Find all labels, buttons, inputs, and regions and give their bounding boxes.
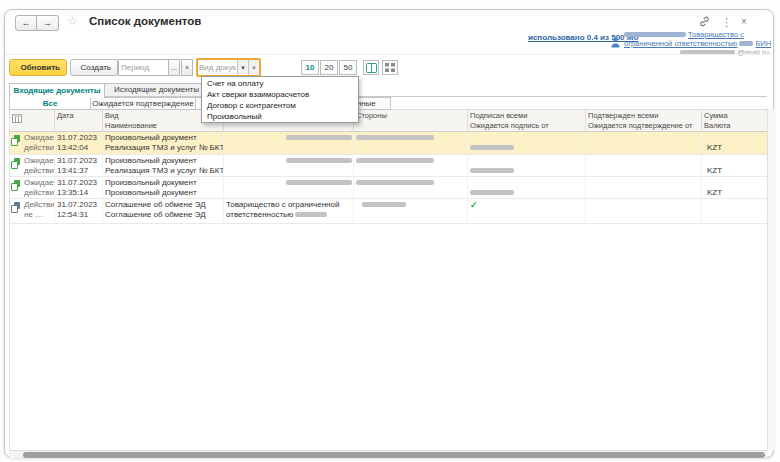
menu-item-custom[interactable]: Произвольный (202, 111, 358, 122)
header-amount[interactable]: СуммаВалюта (702, 110, 768, 133)
menu-item-reconciliation-act[interactable]: Акт сверки взаиморасчетов (202, 89, 358, 100)
book-icon (366, 63, 377, 73)
table-row[interactable]: Ожидаетсядействие 31.07.202313:42:04 Про… (10, 132, 768, 155)
row-status: Ожидаетсядействие (10, 177, 55, 198)
header-signed[interactable]: Подписан всемиОжидается подпись от (468, 110, 586, 133)
cell-counterparty (224, 177, 354, 198)
redacted-text (470, 190, 514, 195)
menu-item-contract[interactable]: Договор с контрагентом (202, 100, 358, 111)
vertical-scrollbar[interactable] (767, 109, 775, 450)
nav-buttons: ← → (15, 15, 59, 31)
row-status: Действиене … (10, 199, 55, 223)
cell-kind-name: Произвольный документПроизвольный докуме… (103, 177, 224, 198)
cell-signed (468, 177, 586, 198)
back-icon[interactable]: ← (15, 15, 37, 31)
table-row[interactable]: Действиене … 31.07.202312:54:31 Соглашен… (10, 199, 768, 224)
cell-signed (468, 155, 586, 176)
cell-confirmed (586, 177, 702, 198)
redacted-text (356, 180, 434, 185)
cell-amount (702, 199, 768, 223)
cell-counterparty (224, 132, 354, 154)
page-size-20-button[interactable]: 20 (320, 60, 338, 75)
cell-counterparty (224, 155, 354, 176)
cell-counterparty: Товарищество с ограниченной ответственно… (224, 199, 354, 223)
redacted-text (286, 158, 352, 163)
divider (5, 54, 773, 55)
user-email: @mail.ru (680, 48, 769, 57)
cell-signed (468, 132, 586, 154)
document-exchange-icon (11, 180, 21, 191)
cell-kind-name: Соглашение об обмене ЭДСоглашение об обм… (103, 199, 224, 223)
filter-awaiting-confirmation[interactable]: Ожидается подтверждение (90, 97, 196, 110)
document-exchange-icon (11, 158, 21, 169)
cell-amount: KZT (702, 155, 768, 176)
cell-parties (354, 132, 468, 154)
redacted-text (470, 168, 514, 173)
tab-outgoing-documents[interactable]: Исходящие документы (104, 83, 209, 97)
create-button[interactable]: Создать (70, 59, 118, 76)
org-bin-label[interactable]: БИН (755, 39, 771, 48)
redacted-text (470, 145, 514, 150)
chevron-down-icon[interactable]: ▾ (237, 60, 248, 75)
redacted-text (295, 212, 327, 217)
document-exchange-icon (11, 202, 21, 213)
table-row[interactable]: Ожидаетсядействие 31.07.202313:41:37 Про… (10, 155, 768, 177)
period-clear-button[interactable]: × (181, 59, 193, 76)
grid-icon (385, 63, 395, 72)
header-date[interactable]: Дата (55, 110, 103, 133)
cell-amount: KZT (702, 132, 768, 154)
favorite-star-icon[interactable]: ☆ (67, 14, 78, 28)
cell-confirmed (586, 132, 702, 154)
documents-table: Дата ВидНаименование Стороны Подписан вс… (9, 109, 769, 450)
doc-type-combo: ▾ × (196, 58, 261, 77)
app-window: ← → ☆ Список документов ⋮ × использовано… (4, 9, 774, 458)
organization-link[interactable]: Товарищество с ограниченной ответственно… (624, 30, 775, 48)
header-parties[interactable]: Стороны (354, 110, 468, 133)
cell-parties (354, 199, 468, 223)
cell-parties (354, 177, 468, 198)
redacted-text (286, 180, 352, 185)
view-settings-button[interactable] (382, 60, 398, 75)
doc-type-input[interactable] (198, 60, 237, 75)
cell-date: 31.07.202313:42:04 (55, 132, 103, 154)
cell-confirmed (586, 155, 702, 176)
table-row[interactable]: Ожидаетсядействие 31.07.202313:35:14 Про… (10, 177, 768, 199)
storage-usage-link[interactable]: использовано 0.4 из 500 Мб (528, 33, 638, 42)
redacted-text (286, 135, 352, 140)
menu-item-invoice[interactable]: Счет на оплату (202, 78, 358, 89)
plus-icon (77, 63, 78, 72)
period-select-button[interactable]: ... (168, 59, 180, 76)
cell-kind-name: Произвольный документРеализация ТМЗ и ус… (103, 132, 224, 154)
refresh-label: Обновить (20, 63, 60, 72)
cell-date: 31.07.202313:41:37 (55, 155, 103, 176)
horizontal-scrollbar[interactable] (9, 450, 767, 458)
org-link-text[interactable]: Товарищество с (688, 30, 744, 39)
redacted-text (356, 158, 434, 163)
doc-type-dropdown-menu: Счет на оплату Акт сверки взаиморасчетов… (201, 76, 359, 123)
column-settings-header[interactable] (10, 110, 55, 133)
table-header-row: Дата ВидНаименование Стороны Подписан вс… (10, 109, 768, 132)
doc-type-clear-button[interactable]: × (248, 60, 259, 75)
refresh-icon (16, 63, 17, 72)
create-label: Создать (81, 63, 111, 72)
scrollbar-thumb[interactable] (23, 452, 765, 458)
journal-icon-button[interactable] (363, 60, 379, 75)
more-menu-icon[interactable]: ⋮ (721, 16, 732, 29)
page-size-50-button[interactable]: 50 (339, 60, 357, 75)
refresh-button[interactable]: Обновить (9, 59, 67, 76)
copy-link-icon[interactable] (699, 16, 710, 29)
row-status: Ожидаетсядействие (10, 155, 55, 176)
filter-all[interactable]: Все (9, 97, 91, 110)
period-input[interactable] (118, 59, 169, 76)
page-size-10-button[interactable]: 10 (301, 60, 319, 75)
forward-icon[interactable]: → (37, 15, 59, 31)
tab-incoming-documents[interactable]: Входящие документы (9, 83, 105, 98)
redacted-text (362, 202, 406, 207)
cell-kind-name: Произвольный документРеализация ТМЗ и ус… (103, 155, 224, 176)
close-icon[interactable]: × (741, 16, 747, 27)
org-link-text[interactable]: ограниченной ответственностью (624, 39, 737, 48)
cell-date: 31.07.202312:54:31 (55, 199, 103, 223)
page-title: Список документов (89, 15, 201, 27)
redacted-text (356, 135, 434, 140)
header-confirmed[interactable]: Подтвержден всемиОжидается подтверждение… (586, 110, 702, 133)
